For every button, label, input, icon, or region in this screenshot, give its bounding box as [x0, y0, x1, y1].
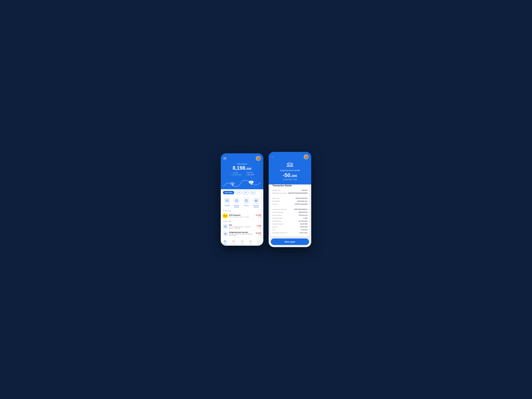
back-button[interactable]: ← [271, 155, 274, 158]
tx-billa-time: 14:06 [255, 216, 261, 218]
nav-cards[interactable]: Cards [246, 240, 255, 245]
detail-title: Outgoing bank transfer [271, 169, 309, 171]
billa-icon: BILLA [223, 214, 228, 218]
tx-bank-amount: -50.00€ [255, 232, 261, 234]
detail-amount: -50.00€ [271, 172, 309, 178]
tx-bank-time: 13:06 [255, 234, 261, 236]
balance-transfer-icon [234, 197, 240, 204]
tx-date-16dec: 16 Dec 2021 [223, 209, 261, 212]
svg-rect-24 [289, 164, 289, 166]
detail-scroll: Transaction Details Beneficiary Barclays… [269, 184, 311, 247]
tx-fee-name: Fee [229, 224, 255, 226]
income-item: Income + 110,550.00€ [230, 172, 241, 176]
detail-inner: ← Outgoing bank t [269, 152, 311, 247]
header-top [223, 156, 261, 161]
date-range-3m[interactable]: 3 m [242, 191, 249, 194]
detail-header-top: ← [271, 155, 309, 159]
nav-home-label: Home [223, 243, 227, 245]
svg-text:MAY: MAY [232, 184, 234, 185]
bank-building-icon [271, 161, 309, 168]
nav-devices[interactable]: Devices [238, 240, 246, 245]
bank-transfer-icon [223, 231, 228, 236]
svg-point-1 [251, 183, 252, 185]
scene: Totlal balance 8,198.50€ Income + 110,55… [213, 144, 319, 255]
detail-header: ← Outgoing bank t [269, 152, 311, 184]
accounts-icon [232, 240, 235, 243]
detail-group-1: Beneficiary Barclays IBAN/Account number… [272, 189, 308, 195]
transfer-icon [224, 197, 230, 204]
date-range-1m[interactable]: 1 m [235, 191, 241, 194]
date-range-active-btn[interactable]: Jul to Dec [223, 191, 234, 194]
tx-fee-desc: Fee for outgoing transfer - within the s… [229, 226, 255, 229]
tx-bank-amount-block: -50.00€ 13:06 [255, 232, 261, 236]
devices-icon [241, 240, 244, 243]
tx-fee[interactable]: Fee Fee for outgoing transfer - within t… [223, 223, 261, 230]
nav-accounts[interactable]: Accounts [229, 240, 238, 245]
svg-rect-26 [292, 164, 293, 166]
nav-home[interactable]: Home [221, 240, 229, 245]
qa-topup-label: Top-Up [244, 205, 249, 206]
detail-avatar[interactable] [304, 155, 309, 159]
menu-icon[interactable] [223, 158, 226, 159]
svg-rect-25 [291, 164, 291, 166]
qa-transfer-label: Transfer [224, 205, 230, 206]
detail-row-iban: IBAN/Account number GB51MPOS009963020086… [272, 192, 308, 195]
outcome-value: - 2,351.50€ [245, 174, 254, 176]
svg-rect-14 [241, 241, 242, 242]
tx-fee-amount-block: -0.20€ 12:06 [256, 225, 261, 228]
tx-billa-info: POS Payment BILLA, General Gurko Str., V… [229, 214, 254, 218]
balance-label: Totlal balance [223, 163, 261, 165]
balance-amount: 8,198.50€ [223, 165, 261, 171]
cards-icon [249, 240, 252, 243]
svg-point-9 [235, 200, 238, 202]
tx-fee-time: 12:06 [256, 227, 261, 228]
detail-row-fee: Fee -0.20 EUR [272, 228, 308, 231]
detail-row-country: Country UNITED KINGDOM [272, 203, 308, 206]
tx-fee-info: Fee Fee for outgoing transfer - within t… [229, 224, 255, 229]
detail-row-accnum: Account Number 50933151552 [272, 211, 308, 214]
detail-row-txref: Transaction reference MTBTS081925RXJ2 [272, 208, 308, 211]
detail-row-amount: Amount -50.00 EUR [272, 225, 308, 228]
svg-point-17 [258, 241, 259, 241]
detail-row-bic: BIC/SWIFT MPOSGBLXXX [272, 200, 308, 203]
quick-actions: Transfer Balance transfer [221, 196, 263, 209]
income-value: + 110,550.00€ [230, 174, 241, 176]
fee-icon [223, 224, 228, 229]
outcome-item: Outcome - 2,351.50€ [245, 172, 254, 176]
tx-date-13dec: 13 Dec 2021 [223, 219, 261, 223]
svg-point-0 [232, 185, 234, 186]
qa-transfer[interactable]: Transfer [223, 197, 231, 208]
detail-group-2: Bank name MYPOS EUROPE BIC/SWIFT MPOSGBL… [272, 197, 308, 206]
svg-rect-12 [224, 241, 226, 242]
qa-payment-request[interactable]: Payment request [251, 197, 261, 208]
qa-balance-label: Balance transfer [232, 205, 242, 208]
detail-row-beneficiary: Beneficiary Barclays [272, 189, 308, 192]
date-range-6m[interactable]: 6 m [250, 191, 256, 194]
transaction-list: 16 Dec 2021 BILLA POS Payment BILLA, Gen… [221, 209, 263, 239]
nav-more[interactable]: More [255, 240, 263, 245]
income-outcome: Income + 110,550.00€ Outcome - 2,351.50€ [223, 172, 261, 176]
balance-chart: 13 MAY 25 DEC [223, 179, 261, 189]
svg-rect-15 [243, 241, 243, 242]
avatar[interactable] [256, 156, 261, 161]
tx-bank-transfer[interactable]: Outgoing bank transfer Barclays GB51MPOS… [223, 230, 261, 238]
qa-balance-transfer[interactable]: Balance transfer [232, 197, 242, 208]
payment-request-icon [253, 197, 259, 204]
nav-accounts-label: Accounts [231, 243, 236, 245]
tx-billa-amount: -23.59€ [255, 214, 261, 216]
detail-row-accname: Account name EUR Account [272, 214, 308, 217]
svg-rect-13 [233, 241, 234, 242]
tx-billa-desc: BILLA, General Gurko Str., Varna [229, 216, 254, 218]
detail-row-exchange: Exchange Rate 1.1345 [272, 217, 308, 220]
qa-topup[interactable]: Top-Up [242, 197, 250, 208]
make-again-button[interactable]: Make again [271, 239, 309, 245]
balance-section: Totlal balance 8,198.50€ Income + 110,55… [223, 163, 261, 179]
svg-rect-16 [249, 241, 252, 242]
detail-row-transferamt: Transfer amount -45.00 GBP [272, 222, 308, 225]
qa-payment-label: Payment request [251, 205, 261, 208]
tx-fee-amount: -0.20€ [256, 225, 261, 227]
tx-billa-amount-block: -23.59€ 14:06 [255, 214, 261, 218]
svg-point-19 [258, 242, 259, 242]
tx-billa[interactable]: BILLA POS Payment BILLA, General Gurko S… [223, 212, 261, 219]
home-header: Totlal balance 8,198.50€ Income + 110,55… [221, 153, 263, 189]
